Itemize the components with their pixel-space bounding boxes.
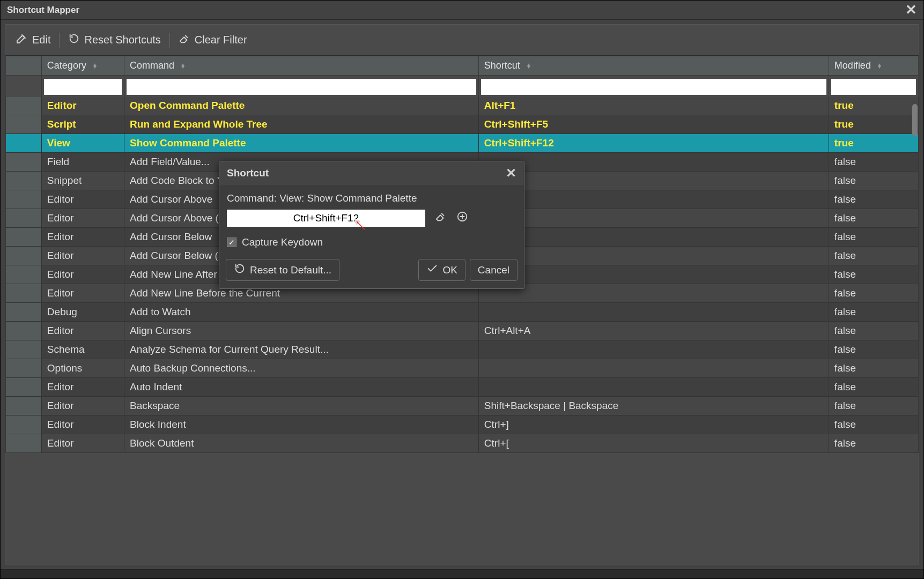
table-row[interactable]: EditorBlock OutdentCtrl+[false xyxy=(6,434,919,453)
command-cell: Backspace xyxy=(124,397,479,415)
window-close-button[interactable]: ✕ xyxy=(905,2,917,18)
command-cell: Add to Watch xyxy=(124,303,479,322)
table-scroll[interactable]: Category ▲▼ Command ▲▼ Shortcut ▲▼ xyxy=(5,56,919,564)
category-header[interactable]: Category ▲▼ xyxy=(41,56,124,76)
row-number-cell xyxy=(6,209,42,228)
close-icon: ✕ xyxy=(506,166,516,181)
category-cell: Editor xyxy=(41,378,124,397)
category-cell: Editor xyxy=(41,415,124,434)
titlebar: Shortcut Mapper ✕ xyxy=(1,1,923,20)
command-cell: Analyze Schema for Current Query Result.… xyxy=(124,340,479,359)
toolbar-separator xyxy=(169,33,170,48)
shortcut-cell xyxy=(478,209,829,228)
cancel-button[interactable]: Cancel xyxy=(470,259,518,281)
window-body: Edit Reset Shortcuts Clear Filter xyxy=(1,20,923,569)
reset-shortcuts-button[interactable]: Reset Shortcuts xyxy=(62,29,167,50)
table-header-row: Category ▲▼ Command ▲▼ Shortcut ▲▼ xyxy=(6,56,919,76)
modified-cell: false xyxy=(829,397,918,415)
shortcut-header[interactable]: Shortcut ▲▼ xyxy=(478,56,829,76)
shortcut-input[interactable] xyxy=(227,210,425,227)
category-cell: Editor xyxy=(41,247,124,265)
table-row[interactable]: DebugAdd to Watchfalse xyxy=(6,303,919,322)
row-number-cell xyxy=(6,397,42,415)
shortcut-cell xyxy=(478,153,829,172)
ok-button[interactable]: OK xyxy=(418,259,465,281)
category-cell: View xyxy=(41,134,124,153)
modified-cell: false xyxy=(829,359,918,378)
plus-circle-icon xyxy=(456,211,468,226)
clear-filter-button[interactable]: Clear Filter xyxy=(172,29,254,50)
command-cell: Auto Indent xyxy=(124,378,479,397)
modified-filter-input[interactable] xyxy=(831,79,916,95)
table-row[interactable]: SchemaAnalyze Schema for Current Query R… xyxy=(6,340,919,359)
capture-keydown-checkbox[interactable]: ✓ xyxy=(227,237,236,247)
shortcut-cell xyxy=(478,247,829,265)
table-row[interactable]: EditorBackspaceShift+Backspace | Backspa… xyxy=(6,397,919,415)
command-header[interactable]: Command ▲▼ xyxy=(124,56,479,76)
shortcut-cell xyxy=(478,284,829,303)
eraser-icon xyxy=(435,211,447,226)
shortcut-cell: Alt+F1 xyxy=(478,96,829,115)
row-number-cell xyxy=(6,340,42,359)
modified-cell: false xyxy=(829,340,918,359)
category-cell: Field xyxy=(41,153,124,172)
category-filter-input[interactable] xyxy=(44,79,122,95)
shortcut-cell: Ctrl+[ xyxy=(478,434,829,453)
reset-to-default-label: Reset to Default... xyxy=(250,264,331,276)
table-row[interactable]: OptionsAuto Backup Connections...false xyxy=(6,359,919,378)
filter-row xyxy=(6,76,919,96)
check-icon: ✓ xyxy=(228,238,235,247)
modified-cell: false xyxy=(829,228,918,247)
category-cell: Editor xyxy=(41,190,124,209)
row-number-cell xyxy=(6,247,42,265)
shortcut-cell xyxy=(478,228,829,247)
scrollbar-thumb[interactable] xyxy=(912,104,918,136)
row-number-cell xyxy=(6,378,42,397)
category-cell: Snippet xyxy=(41,172,124,190)
modified-cell: false xyxy=(829,172,918,190)
edit-icon xyxy=(15,32,28,48)
table-row[interactable]: EditorOpen Command PaletteAlt+F1true xyxy=(6,96,919,115)
category-cell: Editor xyxy=(41,322,124,340)
modified-header[interactable]: Modified ▲▼ xyxy=(829,56,918,76)
category-cell: Debug xyxy=(41,303,124,322)
command-cell: Run and Expand Whole Tree xyxy=(124,115,479,134)
window-title: Shortcut Mapper xyxy=(7,5,79,16)
category-cell: Editor xyxy=(41,265,124,284)
check-icon xyxy=(426,263,438,277)
table-row[interactable]: EditorAlign CursorsCtrl+Alt+Afalse xyxy=(6,322,919,340)
category-cell: Schema xyxy=(41,340,124,359)
sort-icon: ▲▼ xyxy=(526,64,531,68)
vertical-scrollbar[interactable] xyxy=(912,104,918,564)
command-cell: Align Cursors xyxy=(124,322,479,340)
row-number-cell xyxy=(6,96,42,115)
shortcut-cell xyxy=(478,265,829,284)
statusbar xyxy=(1,569,923,578)
shortcut-cell xyxy=(478,359,829,378)
ok-label: OK xyxy=(442,264,457,276)
modified-cell: true xyxy=(829,96,918,115)
command-cell: Block Indent xyxy=(124,415,479,434)
row-number-cell xyxy=(6,172,42,190)
sort-icon: ▲▼ xyxy=(877,64,882,68)
row-number-cell xyxy=(6,153,42,172)
reset-to-default-button[interactable]: Reset to Default... xyxy=(226,259,339,281)
add-shortcut-button[interactable] xyxy=(456,211,468,226)
row-number-cell xyxy=(6,284,42,303)
table-row[interactable]: EditorBlock IndentCtrl+]false xyxy=(6,415,919,434)
table-row[interactable]: ViewShow Command PaletteCtrl+Shift+F12tr… xyxy=(6,134,919,153)
clear-shortcut-button[interactable] xyxy=(435,211,447,226)
table-wrap: Category ▲▼ Command ▲▼ Shortcut ▲▼ xyxy=(5,56,919,564)
toolbar: Edit Reset Shortcuts Clear Filter xyxy=(5,25,919,56)
table-row[interactable]: EditorAuto Indentfalse xyxy=(6,378,919,397)
reset-icon xyxy=(234,263,246,277)
dialog-close-button[interactable]: ✕ xyxy=(506,166,516,181)
modified-cell: false xyxy=(829,322,918,340)
table-row[interactable]: ScriptRun and Expand Whole TreeCtrl+Shif… xyxy=(6,115,919,134)
eraser-icon xyxy=(179,33,190,47)
shortcut-filter-input[interactable] xyxy=(481,79,826,95)
command-filter-input[interactable] xyxy=(127,79,476,95)
edit-button[interactable]: Edit xyxy=(9,29,57,51)
filter-row-number xyxy=(6,76,42,97)
modified-cell: false xyxy=(829,434,918,453)
